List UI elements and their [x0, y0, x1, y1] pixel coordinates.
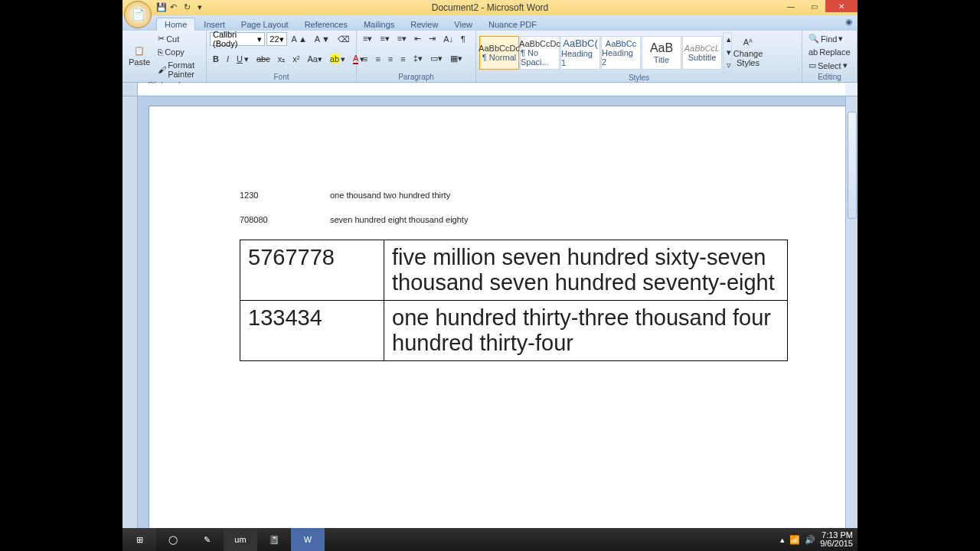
document-content[interactable]: 1230 one thousand two hundred thirty 708… — [149, 106, 845, 361]
table-cell[interactable]: five million seven hundred sixty-seven t… — [384, 240, 788, 301]
highlight-button[interactable]: ab▾ — [327, 53, 348, 66]
strike-button[interactable]: abc — [253, 53, 273, 65]
shading-button[interactable]: ▭▾ — [427, 52, 446, 65]
undo-icon[interactable]: ↶ — [170, 2, 181, 13]
change-case-button[interactable]: Aa▾ — [304, 53, 325, 66]
document-page[interactable]: 1230 one thousand two hundred thirty 708… — [149, 106, 845, 537]
close-button[interactable]: ✕ — [825, 0, 858, 12]
table-row: 5767778 five million seven hundred sixty… — [240, 240, 788, 301]
shrink-font-button[interactable]: A▼ — [312, 33, 333, 45]
ruler — [122, 83, 858, 96]
table-cell[interactable]: 5767778 — [240, 240, 384, 301]
cut-button[interactable]: ✂Cut — [155, 32, 203, 45]
paste-button[interactable]: 📋Paste — [126, 38, 153, 75]
qat-more-icon[interactable]: ▾ — [198, 2, 208, 13]
taskbar-word[interactable]: W — [291, 528, 325, 551]
select-button[interactable]: ▭Select▾ — [805, 59, 854, 72]
align-right-button[interactable]: ≡ — [385, 53, 396, 65]
tab-home[interactable]: Home — [156, 18, 195, 31]
italic-button[interactable]: I — [224, 53, 232, 65]
tab-references[interactable]: References — [297, 18, 355, 31]
tray-up-icon[interactable]: ▴ — [780, 536, 785, 544]
grow-font-button[interactable]: A▲ — [289, 33, 310, 45]
replace-icon: ab — [808, 47, 818, 57]
minimize-button[interactable]: — — [779, 0, 802, 12]
multilevel-button[interactable]: ≡▾ — [394, 32, 410, 45]
find-button[interactable]: 🔍Find▾ — [805, 32, 854, 45]
windows-taskbar: ⊞ ◯ ✎ um 📓 W ▴ 📶 🔊 7:13 PM9/6/2015 — [122, 528, 858, 551]
replace-button[interactable]: abReplace — [805, 46, 854, 58]
maximize-button[interactable]: ▭ — [802, 0, 825, 12]
tray-network-icon[interactable]: 📶 — [789, 536, 800, 544]
taskbar-app2[interactable]: um — [224, 528, 257, 551]
copy-button[interactable]: ⎘Copy — [155, 46, 203, 58]
taskbar-chrome[interactable]: ◯ — [156, 528, 190, 551]
ribbon-tabs: Home Insert Page Layout References Maili… — [122, 15, 858, 31]
style-title[interactable]: AaBTitle — [642, 36, 681, 70]
system-tray[interactable]: ▴ 📶 🔊 7:13 PM9/6/2015 — [780, 531, 853, 548]
copy-icon: ⎘ — [158, 47, 163, 57]
taskbar-app1[interactable]: ✎ — [190, 528, 224, 551]
vertical-scrollbar[interactable] — [845, 96, 858, 537]
table-cell[interactable]: 133434 — [240, 301, 384, 361]
tab-review[interactable]: Review — [403, 18, 446, 31]
clear-format-button[interactable]: ⌫ — [335, 33, 353, 46]
underline-button[interactable]: U▾ — [234, 53, 252, 66]
group-clipboard: 📋Paste ✂Cut ⎘Copy 🖌Format Painter Clipbo… — [122, 31, 207, 82]
format-painter-button[interactable]: 🖌Format Painter — [155, 59, 203, 80]
font-name-select[interactable]: Calibri (Body)▾ — [210, 32, 265, 46]
align-center-button[interactable]: ≡ — [372, 53, 383, 65]
tab-view[interactable]: View — [446, 18, 480, 31]
group-font: Calibri (Body)▾ 22▾ A▲ A▼ ⌫ B I U▾ abc x… — [207, 31, 357, 82]
styles-row-up[interactable]: ▴ — [724, 33, 731, 46]
align-left-button[interactable]: ≡ — [360, 53, 371, 65]
style-heading2[interactable]: AaBbCcHeading 2 — [601, 36, 641, 70]
group-styles: AaBbCcDc¶ Normal AaBbCcDc¶ No Spaci... A… — [476, 31, 802, 82]
brush-icon: 🖌 — [158, 65, 166, 74]
show-marks-button[interactable]: ¶ — [458, 33, 469, 45]
taskbar-app3[interactable]: 📓 — [257, 528, 291, 551]
text-line: 1230 one thousand two hundred thirty — [240, 191, 756, 200]
inc-indent-button[interactable]: ⇥ — [426, 32, 439, 45]
style-heading1[interactable]: AaBbC(Heading 1 — [560, 36, 600, 70]
justify-button[interactable]: ≡ — [397, 53, 408, 65]
dec-indent-button[interactable]: ⇤ — [411, 32, 424, 45]
tab-nuance-pdf[interactable]: Nuance PDF — [481, 18, 544, 31]
tab-insert[interactable]: Insert — [196, 18, 233, 31]
style-normal[interactable]: AaBbCcDc¶ Normal — [479, 36, 519, 70]
borders-button[interactable]: ▦▾ — [447, 52, 466, 65]
bullets-button[interactable]: ≡▾ — [360, 32, 375, 45]
start-button[interactable]: ⊞ — [122, 528, 156, 551]
subscript-button[interactable]: x₂ — [275, 53, 289, 66]
change-styles-button[interactable]: AᴬChange Styles — [733, 34, 763, 71]
group-label: Font — [210, 72, 353, 82]
sort-button[interactable]: A↓ — [440, 33, 456, 45]
office-button[interactable]: 📄 — [124, 1, 152, 28]
tray-date: 9/6/2015 — [820, 540, 853, 548]
numbering-button[interactable]: ≡▾ — [377, 32, 392, 45]
line-spacing-button[interactable]: ‡▾ — [410, 52, 426, 65]
style-no-spacing[interactable]: AaBbCcDc¶ No Spaci... — [520, 36, 560, 70]
select-icon: ▭ — [808, 60, 816, 70]
redo-icon[interactable]: ↻ — [184, 2, 194, 13]
vertical-ruler[interactable] — [122, 96, 138, 537]
help-icon[interactable]: ◉ — [845, 17, 853, 27]
styles-more[interactable]: ▿ — [724, 59, 731, 72]
horizontal-ruler[interactable] — [138, 83, 845, 95]
bold-button[interactable]: B — [210, 53, 222, 65]
chevron-down-icon: ▾ — [257, 34, 262, 44]
group-label: Paragraph — [360, 72, 472, 82]
font-size-select[interactable]: 22▾ — [266, 32, 286, 46]
save-icon[interactable]: 💾 — [156, 2, 167, 13]
tab-mailings[interactable]: Mailings — [356, 18, 402, 31]
styles-row-down[interactable]: ▾ — [724, 46, 731, 59]
tray-sound-icon[interactable]: 🔊 — [805, 536, 815, 544]
tab-page-layout[interactable]: Page Layout — [234, 18, 296, 31]
scroll-thumb[interactable] — [848, 112, 857, 219]
document-table: 5767778 five million seven hundred sixty… — [240, 240, 788, 361]
superscript-button[interactable]: x² — [289, 53, 302, 65]
cut-icon: ✂ — [158, 34, 165, 44]
text-line: 708080 seven hundred eight thousand eigh… — [240, 215, 756, 224]
table-cell[interactable]: one hundred thirty-three thousand four h… — [384, 301, 788, 361]
style-subtitle[interactable]: AaBbCcLSubtitle — [682, 36, 722, 70]
